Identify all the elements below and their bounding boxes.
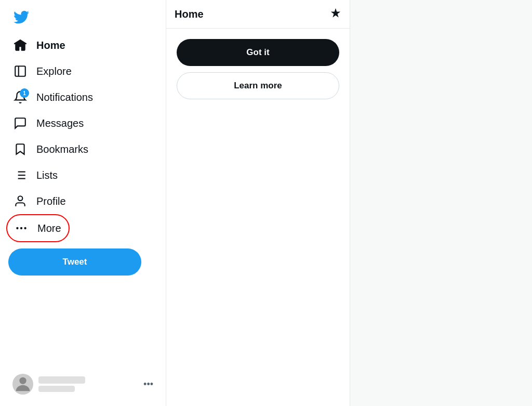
home-icon bbox=[14, 38, 27, 52]
messages-icon bbox=[14, 116, 27, 130]
avatar bbox=[12, 374, 33, 395]
got-it-button[interactable]: Got it bbox=[177, 39, 339, 66]
sidebar-item-profile[interactable]: Profile bbox=[6, 188, 73, 214]
sidebar-item-bookmarks-label: Bookmarks bbox=[36, 143, 88, 155]
sidebar-item-messages-label: Messages bbox=[36, 117, 84, 129]
page-title: Home bbox=[175, 8, 204, 20]
tweet-button[interactable]: Tweet bbox=[8, 248, 141, 276]
learn-more-button[interactable]: Learn more bbox=[177, 72, 339, 99]
main-content: Home Got it Learn more bbox=[166, 0, 350, 406]
sidebar-item-bookmarks[interactable]: Bookmarks bbox=[6, 136, 96, 162]
svg-point-12 bbox=[19, 377, 26, 384]
bookmarks-icon bbox=[14, 142, 27, 156]
svg-point-10 bbox=[20, 227, 22, 229]
user-profile[interactable]: ••• bbox=[6, 369, 159, 400]
sidebar-item-home[interactable]: Home bbox=[6, 32, 73, 58]
svg-point-8 bbox=[18, 196, 23, 201]
more-icon bbox=[15, 221, 28, 235]
sidebar-item-home-label: Home bbox=[36, 40, 65, 51]
sidebar: Home Explore 1 Notifications Messages Bo… bbox=[0, 0, 166, 406]
user-name bbox=[38, 376, 85, 384]
lists-icon bbox=[14, 168, 27, 182]
user-menu-dots-icon: ••• bbox=[143, 379, 153, 390]
notification-badge: 1 bbox=[20, 88, 29, 98]
sidebar-item-notifications-label: Notifications bbox=[36, 91, 93, 103]
svg-point-11 bbox=[24, 227, 26, 229]
sidebar-item-lists-label: Lists bbox=[36, 169, 58, 181]
svg-rect-0 bbox=[15, 66, 25, 76]
sidebar-item-explore-label: Explore bbox=[36, 66, 72, 77]
sidebar-item-messages[interactable]: Messages bbox=[6, 110, 91, 136]
twitter-logo[interactable] bbox=[8, 4, 34, 30]
profile-icon bbox=[14, 194, 27, 208]
user-handle bbox=[38, 386, 75, 392]
sidebar-item-more[interactable]: More bbox=[6, 214, 70, 242]
sidebar-item-more-label: More bbox=[37, 222, 61, 234]
modal-area: Got it Learn more bbox=[166, 29, 350, 110]
right-panel bbox=[350, 0, 532, 406]
svg-point-9 bbox=[16, 227, 18, 229]
sidebar-item-lists[interactable]: Lists bbox=[6, 162, 65, 188]
header: Home bbox=[166, 0, 350, 29]
user-info bbox=[38, 376, 138, 392]
sparkle-icon[interactable] bbox=[330, 7, 341, 21]
sidebar-item-explore[interactable]: Explore bbox=[6, 58, 79, 84]
sidebar-item-notifications[interactable]: 1 Notifications bbox=[6, 84, 100, 110]
explore-icon bbox=[14, 64, 27, 78]
sidebar-item-profile-label: Profile bbox=[36, 195, 66, 207]
notifications-icon: 1 bbox=[14, 90, 27, 104]
